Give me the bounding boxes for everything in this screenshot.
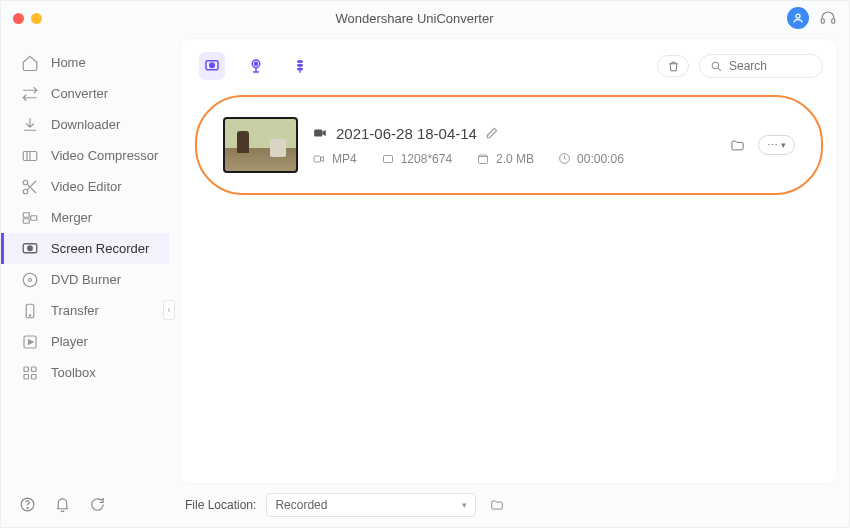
compressor-icon [21, 147, 39, 165]
svg-rect-19 [32, 374, 37, 379]
recording-thumbnail [223, 117, 298, 173]
window-controls [13, 13, 42, 24]
svg-point-12 [29, 278, 32, 281]
svg-point-11 [23, 273, 37, 287]
support-icon[interactable] [819, 9, 837, 27]
main: 2021-06-28 18-04-14 MP4 1208*674 2.0 MB … [169, 35, 849, 527]
format-icon [312, 153, 326, 165]
sidebar-item-converter[interactable]: Converter [1, 78, 169, 109]
sidebar-item-label: Merger [51, 210, 92, 225]
file-location-label: File Location: [185, 498, 256, 512]
file-location-value: Recorded [275, 498, 327, 512]
content-panel: 2021-06-28 18-04-14 MP4 1208*674 2.0 MB … [181, 39, 837, 483]
video-icon [312, 126, 328, 140]
scissors-icon [21, 178, 39, 196]
close-window-button[interactable] [13, 13, 24, 24]
screen-recorder-icon [21, 240, 39, 258]
svg-rect-31 [314, 130, 322, 137]
bell-icon[interactable] [54, 496, 71, 513]
toolbox-icon [21, 364, 39, 382]
svg-point-5 [23, 189, 28, 194]
footer-bar: File Location: Recorded ▾ [181, 483, 837, 517]
svg-rect-33 [383, 155, 392, 162]
sidebar-item-label: Player [51, 334, 88, 349]
sidebar-collapse-button[interactable]: ‹ [163, 300, 175, 320]
recording-title: 2021-06-28 18-04-14 [336, 125, 477, 142]
recording-format: MP4 [332, 152, 357, 166]
download-icon [21, 116, 39, 134]
converter-icon [21, 85, 39, 103]
sidebar-item-editor[interactable]: Video Editor [1, 171, 169, 202]
clock-icon [558, 152, 571, 165]
svg-rect-6 [23, 212, 29, 217]
svg-rect-17 [32, 367, 37, 372]
mode-audio-record[interactable] [287, 52, 313, 80]
open-location-button[interactable] [486, 494, 508, 516]
svg-point-10 [28, 246, 33, 251]
recording-item[interactable]: 2021-06-28 18-04-14 MP4 1208*674 2.0 MB … [195, 95, 823, 195]
home-icon [21, 54, 39, 72]
rename-icon[interactable] [485, 126, 499, 140]
titlebar: Wondershare UniConverter [1, 1, 849, 35]
svg-point-0 [796, 14, 800, 18]
sidebar-item-player[interactable]: Player [1, 326, 169, 357]
chevron-down-icon: ▾ [781, 140, 786, 150]
svg-point-28 [297, 68, 303, 71]
svg-point-4 [23, 180, 28, 185]
play-icon [21, 333, 39, 351]
search-box[interactable] [699, 54, 823, 78]
transfer-icon [21, 302, 39, 320]
sidebar-item-screen-recorder[interactable]: Screen Recorder [1, 233, 169, 264]
svg-point-30 [712, 62, 719, 68]
svg-point-14 [29, 314, 31, 316]
app-title: Wondershare UniConverter [42, 11, 787, 26]
svg-rect-2 [832, 19, 835, 24]
file-location-select[interactable]: Recorded ▾ [266, 493, 476, 517]
recording-duration: 00:00:06 [577, 152, 624, 166]
disc-icon [21, 271, 39, 289]
feedback-icon[interactable] [89, 496, 106, 513]
open-folder-icon[interactable] [729, 138, 746, 153]
user-avatar[interactable] [787, 7, 809, 29]
help-icon[interactable] [19, 496, 36, 513]
sidebar-item-dvd-burner[interactable]: DVD Burner [1, 264, 169, 295]
svg-rect-32 [314, 156, 321, 162]
mode-screen-record[interactable] [199, 52, 225, 80]
resolution-icon [381, 153, 395, 165]
sidebar-item-label: Screen Recorder [51, 241, 149, 256]
sidebar-item-label: Transfer [51, 303, 99, 318]
more-actions-button[interactable]: ⋯ ▾ [758, 135, 795, 155]
sidebar-item-label: Home [51, 55, 86, 70]
svg-rect-16 [24, 367, 29, 372]
sidebar-item-label: Video Editor [51, 179, 122, 194]
svg-point-25 [255, 62, 258, 65]
svg-rect-1 [821, 19, 824, 24]
sidebar-item-home[interactable]: Home [1, 47, 169, 78]
svg-rect-29 [299, 71, 301, 73]
recording-size: 2.0 MB [496, 152, 534, 166]
size-icon [476, 153, 490, 165]
sidebar-item-label: Downloader [51, 117, 120, 132]
sidebar-item-label: Toolbox [51, 365, 96, 380]
svg-point-27 [297, 64, 303, 67]
minimize-window-button[interactable] [31, 13, 42, 24]
sidebar-item-toolbox[interactable]: Toolbox [1, 357, 169, 388]
svg-rect-7 [23, 218, 29, 223]
chevron-down-icon: ▾ [462, 500, 467, 510]
sidebar-item-merger[interactable]: Merger [1, 202, 169, 233]
svg-point-23 [210, 63, 215, 68]
svg-point-21 [27, 507, 28, 508]
sidebar-item-label: Converter [51, 86, 108, 101]
mode-webcam-record[interactable] [243, 52, 269, 80]
sidebar-item-label: DVD Burner [51, 272, 121, 287]
svg-point-26 [297, 60, 303, 63]
search-input[interactable] [729, 59, 809, 73]
delete-button[interactable] [657, 55, 689, 77]
sidebar: Home Converter Downloader Video Compress… [1, 35, 169, 527]
sidebar-item-label: Video Compressor [51, 148, 158, 163]
recording-resolution: 1208*674 [401, 152, 452, 166]
sidebar-item-downloader[interactable]: Downloader [1, 109, 169, 140]
sidebar-item-compressor[interactable]: Video Compressor [1, 140, 169, 171]
sidebar-item-transfer[interactable]: Transfer [1, 295, 169, 326]
more-icon: ⋯ [767, 139, 778, 152]
